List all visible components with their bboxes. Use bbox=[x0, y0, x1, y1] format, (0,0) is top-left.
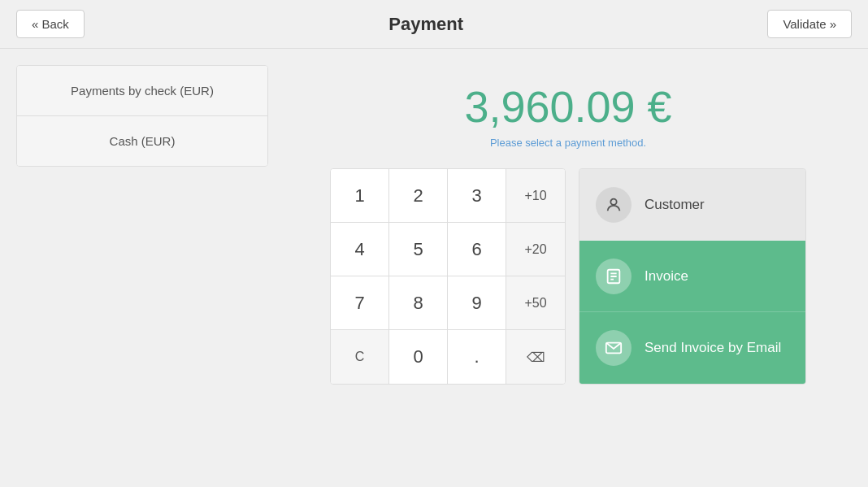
numpad: 1 2 3 +10 4 5 6 +20 7 8 9 +50 C 0 . ⌫ bbox=[330, 168, 566, 385]
numpad-key-backspace[interactable]: ⌫ bbox=[506, 330, 565, 384]
numpad-key-dot[interactable]: . bbox=[448, 330, 506, 384]
customer-button[interactable]: Customer bbox=[579, 169, 805, 241]
amount-display: 3,960.09 € Please select a payment metho… bbox=[464, 65, 671, 155]
invoice-button[interactable]: Invoice bbox=[579, 241, 805, 312]
send-invoice-email-button[interactable]: Send Invoice by Email bbox=[579, 312, 805, 384]
numpad-key-7[interactable]: 7 bbox=[331, 276, 389, 330]
invoice-label: Invoice bbox=[644, 268, 688, 285]
payment-right-panel: 3,960.09 € Please select a payment metho… bbox=[284, 65, 852, 471]
invoice-icon bbox=[596, 259, 631, 294]
action-buttons: Customer Invoice bbox=[579, 168, 806, 385]
numpad-key-9[interactable]: 9 bbox=[448, 276, 506, 330]
numpad-key-4[interactable]: 4 bbox=[331, 223, 389, 276]
numpad-key-0[interactable]: 0 bbox=[389, 330, 448, 384]
numpad-key-2[interactable]: 2 bbox=[389, 169, 448, 223]
numpad-key-1[interactable]: 1 bbox=[331, 169, 389, 223]
customer-icon bbox=[596, 187, 631, 223]
validate-button[interactable]: Validate » bbox=[767, 10, 852, 38]
numpad-key-8[interactable]: 8 bbox=[389, 276, 448, 330]
numpad-key-6[interactable]: 6 bbox=[448, 223, 506, 276]
numpad-key-plus10[interactable]: +10 bbox=[506, 169, 565, 223]
main-content: Payments by check (EUR) Cash (EUR) 3,960… bbox=[0, 49, 868, 487]
numpad-key-plus20[interactable]: +20 bbox=[506, 223, 565, 276]
payment-methods-sidebar: Payments by check (EUR) Cash (EUR) bbox=[16, 65, 268, 167]
svg-point-0 bbox=[610, 198, 616, 204]
email-icon bbox=[596, 330, 631, 366]
numpad-key-clear[interactable]: C bbox=[331, 330, 389, 384]
numpad-key-3[interactable]: 3 bbox=[448, 169, 506, 223]
numpad-key-plus50[interactable]: +50 bbox=[506, 276, 565, 330]
back-button[interactable]: « Back bbox=[16, 10, 85, 38]
numpad-action-row: 1 2 3 +10 4 5 6 +20 7 8 9 +50 C 0 . ⌫ bbox=[284, 168, 852, 385]
customer-label: Customer bbox=[644, 197, 705, 213]
payment-method-cash[interactable]: Cash (EUR) bbox=[17, 116, 267, 166]
payment-method-check[interactable]: Payments by check (EUR) bbox=[17, 66, 267, 116]
header: « Back Payment Validate » bbox=[0, 0, 868, 49]
numpad-key-5[interactable]: 5 bbox=[389, 223, 448, 276]
payment-hint: Please select a payment method. bbox=[464, 137, 671, 149]
amount-value: 3,960.09 € bbox=[464, 81, 671, 132]
page-title: Payment bbox=[388, 14, 463, 35]
send-email-label: Send Invoice by Email bbox=[644, 340, 781, 356]
